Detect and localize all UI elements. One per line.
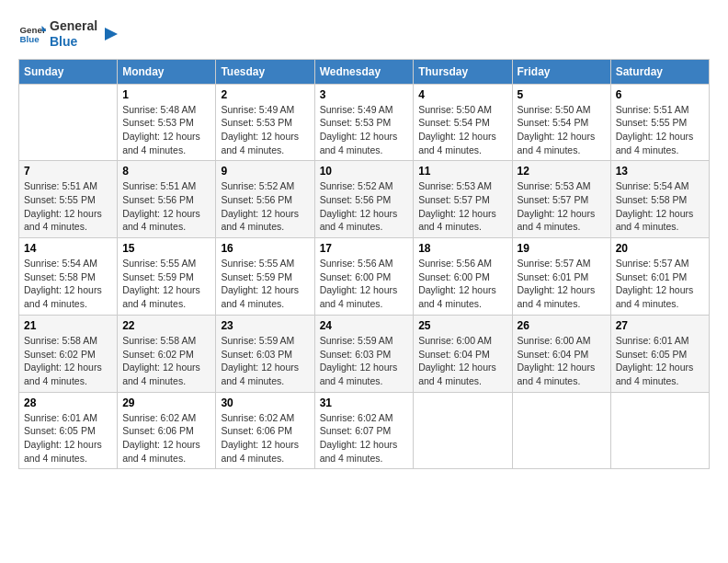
day-info: Sunrise: 5:55 AMSunset: 5:59 PMDaylight:… <box>122 257 210 311</box>
day-info: Sunrise: 5:57 AMSunset: 6:01 PMDaylight:… <box>616 257 704 311</box>
calendar-cell: 21Sunrise: 5:58 AMSunset: 6:02 PMDayligh… <box>19 315 118 392</box>
day-number: 1 <box>122 88 210 101</box>
calendar-cell <box>19 84 118 161</box>
day-info: Sunrise: 5:48 AMSunset: 5:53 PMDaylight:… <box>122 103 210 157</box>
day-number: 6 <box>616 88 704 101</box>
day-info: Sunrise: 5:49 AMSunset: 5:53 PMDaylight:… <box>320 103 409 157</box>
calendar-cell: 29Sunrise: 6:02 AMSunset: 6:06 PMDayligh… <box>118 392 216 469</box>
calendar-cell: 16Sunrise: 5:55 AMSunset: 5:59 PMDayligh… <box>216 238 314 316</box>
day-info: Sunrise: 6:01 AMSunset: 6:05 PMDaylight:… <box>24 411 112 465</box>
day-number: 26 <box>518 319 606 332</box>
day-info: Sunrise: 5:51 AMSunset: 5:55 PMDaylight:… <box>616 103 704 157</box>
day-number: 23 <box>221 319 309 332</box>
calendar-cell: 9Sunrise: 5:52 AMSunset: 5:56 PMDaylight… <box>216 161 314 238</box>
calendar-cell: 28Sunrise: 6:01 AMSunset: 6:05 PMDayligh… <box>19 392 118 469</box>
day-number: 16 <box>221 242 309 255</box>
calendar-week-row: 14Sunrise: 5:54 AMSunset: 5:58 PMDayligh… <box>19 238 710 316</box>
calendar-cell <box>610 392 709 469</box>
calendar-week-row: 28Sunrise: 6:01 AMSunset: 6:05 PMDayligh… <box>19 392 710 469</box>
day-info: Sunrise: 5:51 AMSunset: 5:55 PMDaylight:… <box>24 179 112 234</box>
calendar-cell: 18Sunrise: 5:56 AMSunset: 6:00 PMDayligh… <box>414 238 512 316</box>
calendar-cell: 3Sunrise: 5:49 AMSunset: 5:53 PMDaylight… <box>314 84 414 161</box>
calendar-cell: 19Sunrise: 5:57 AMSunset: 6:01 PMDayligh… <box>512 238 610 316</box>
weekday-header-sunday: Sunday <box>19 59 118 84</box>
day-number: 19 <box>518 242 606 255</box>
day-number: 15 <box>122 242 210 255</box>
calendar-cell: 1Sunrise: 5:48 AMSunset: 5:53 PMDaylight… <box>118 84 216 161</box>
day-info: Sunrise: 5:53 AMSunset: 5:57 PMDaylight:… <box>518 179 606 234</box>
day-info: Sunrise: 5:50 AMSunset: 5:54 PMDaylight:… <box>418 103 506 157</box>
day-number: 25 <box>418 319 506 332</box>
logo-blue: Blue <box>50 34 97 50</box>
day-number: 9 <box>221 165 309 178</box>
day-number: 27 <box>616 319 704 332</box>
logo-arrow-icon <box>101 24 121 44</box>
day-info: Sunrise: 6:02 AMSunset: 6:07 PMDaylight:… <box>320 411 409 465</box>
day-number: 10 <box>320 165 409 178</box>
day-number: 20 <box>616 242 704 255</box>
day-info: Sunrise: 5:50 AMSunset: 5:54 PMDaylight:… <box>518 103 606 157</box>
svg-text:Blue: Blue <box>20 34 40 44</box>
day-number: 8 <box>122 165 210 178</box>
day-info: Sunrise: 6:00 AMSunset: 6:04 PMDaylight:… <box>418 334 506 388</box>
day-number: 29 <box>122 396 210 409</box>
calendar-cell: 24Sunrise: 5:59 AMSunset: 6:03 PMDayligh… <box>314 315 414 392</box>
weekday-header-monday: Monday <box>118 59 216 84</box>
day-number: 3 <box>320 88 409 101</box>
calendar-cell: 2Sunrise: 5:49 AMSunset: 5:53 PMDaylight… <box>216 84 314 161</box>
day-number: 7 <box>24 165 112 178</box>
calendar-cell: 27Sunrise: 6:01 AMSunset: 6:05 PMDayligh… <box>610 315 709 392</box>
calendar-cell: 30Sunrise: 6:02 AMSunset: 6:06 PMDayligh… <box>216 392 314 469</box>
day-number: 13 <box>616 165 704 178</box>
calendar-cell: 22Sunrise: 5:58 AMSunset: 6:02 PMDayligh… <box>118 315 216 392</box>
weekday-header-saturday: Saturday <box>610 59 709 84</box>
day-info: Sunrise: 5:56 AMSunset: 6:00 PMDaylight:… <box>418 257 506 311</box>
calendar-cell: 7Sunrise: 5:51 AMSunset: 5:55 PMDaylight… <box>19 161 118 238</box>
calendar-cell: 20Sunrise: 5:57 AMSunset: 6:01 PMDayligh… <box>610 238 709 316</box>
day-info: Sunrise: 5:49 AMSunset: 5:53 PMDaylight:… <box>221 103 309 157</box>
calendar-cell <box>512 392 610 469</box>
calendar-cell: 25Sunrise: 6:00 AMSunset: 6:04 PMDayligh… <box>414 315 512 392</box>
weekday-header-row: SundayMondayTuesdayWednesdayThursdayFrid… <box>19 59 710 84</box>
weekday-header-tuesday: Tuesday <box>216 59 314 84</box>
day-number: 30 <box>221 396 309 409</box>
logo: General Blue General Blue <box>18 18 121 50</box>
calendar-table: SundayMondayTuesdayWednesdayThursdayFrid… <box>18 59 710 470</box>
calendar-cell: 8Sunrise: 5:51 AMSunset: 5:56 PMDaylight… <box>118 161 216 238</box>
day-number: 31 <box>320 396 409 409</box>
logo-general: General <box>50 18 97 34</box>
day-info: Sunrise: 5:51 AMSunset: 5:56 PMDaylight:… <box>122 179 210 234</box>
day-info: Sunrise: 5:58 AMSunset: 6:02 PMDaylight:… <box>122 334 210 388</box>
day-number: 17 <box>320 242 409 255</box>
day-info: Sunrise: 5:54 AMSunset: 5:58 PMDaylight:… <box>616 179 704 234</box>
logo-icon: General Blue <box>18 20 46 48</box>
calendar-cell: 31Sunrise: 6:02 AMSunset: 6:07 PMDayligh… <box>314 392 414 469</box>
day-number: 12 <box>518 165 606 178</box>
calendar-cell: 15Sunrise: 5:55 AMSunset: 5:59 PMDayligh… <box>118 238 216 316</box>
day-number: 22 <box>122 319 210 332</box>
day-info: Sunrise: 5:58 AMSunset: 6:02 PMDaylight:… <box>24 334 112 388</box>
calendar-cell: 4Sunrise: 5:50 AMSunset: 5:54 PMDaylight… <box>414 84 512 161</box>
day-info: Sunrise: 5:59 AMSunset: 6:03 PMDaylight:… <box>221 334 309 388</box>
day-info: Sunrise: 5:55 AMSunset: 5:59 PMDaylight:… <box>221 257 309 311</box>
day-info: Sunrise: 6:00 AMSunset: 6:04 PMDaylight:… <box>518 334 606 388</box>
calendar-week-row: 21Sunrise: 5:58 AMSunset: 6:02 PMDayligh… <box>19 315 710 392</box>
header: General Blue General Blue <box>18 18 710 50</box>
day-number: 2 <box>221 88 309 101</box>
day-number: 14 <box>24 242 112 255</box>
calendar-cell <box>414 392 512 469</box>
day-info: Sunrise: 5:53 AMSunset: 5:57 PMDaylight:… <box>418 179 506 234</box>
day-number: 18 <box>418 242 506 255</box>
day-number: 24 <box>320 319 409 332</box>
svg-marker-3 <box>105 28 118 40</box>
calendar-cell: 23Sunrise: 5:59 AMSunset: 6:03 PMDayligh… <box>216 315 314 392</box>
day-info: Sunrise: 5:54 AMSunset: 5:58 PMDaylight:… <box>24 257 112 311</box>
weekday-header-thursday: Thursday <box>414 59 512 84</box>
day-info: Sunrise: 5:57 AMSunset: 6:01 PMDaylight:… <box>518 257 606 311</box>
weekday-header-friday: Friday <box>512 59 610 84</box>
day-info: Sunrise: 5:59 AMSunset: 6:03 PMDaylight:… <box>320 334 409 388</box>
calendar-cell: 6Sunrise: 5:51 AMSunset: 5:55 PMDaylight… <box>610 84 709 161</box>
day-info: Sunrise: 5:56 AMSunset: 6:00 PMDaylight:… <box>320 257 409 311</box>
day-number: 11 <box>418 165 506 178</box>
day-number: 5 <box>518 88 606 101</box>
